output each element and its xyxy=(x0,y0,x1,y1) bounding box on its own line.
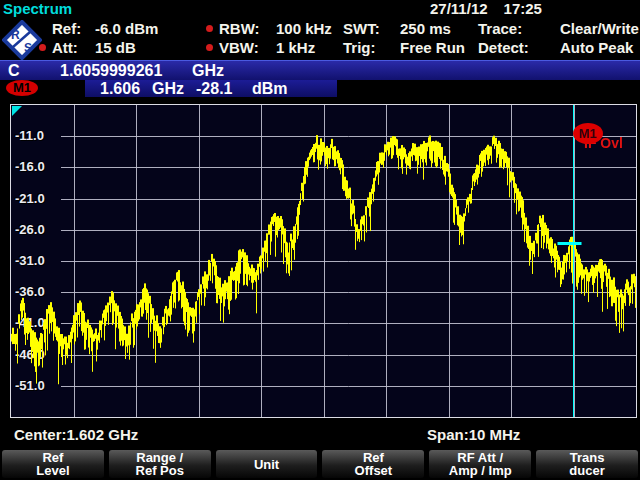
trace-start-flag-icon xyxy=(12,106,22,116)
marker-level-value: -28.1 xyxy=(196,80,232,98)
ref-value: -6.0 dBm xyxy=(95,20,158,37)
ref-level-setting: Ref:-6.0 dBm xyxy=(52,20,158,37)
vbw-label: VBW: xyxy=(219,39,276,56)
softkey-range-ref-pos[interactable]: Range /Ref Pos xyxy=(109,450,211,478)
marker-level-unit: dBm xyxy=(252,80,288,98)
softkey-ref-offset[interactable]: RefOffset xyxy=(322,450,424,478)
trace-label: Trace: xyxy=(478,20,560,37)
softkey-transducer[interactable]: Transducer xyxy=(536,450,638,478)
rohde-schwarz-logo-icon: R S xyxy=(2,20,42,60)
center-label: Center: xyxy=(14,426,67,443)
swt-value: 250 ms xyxy=(400,20,451,37)
center-value: 1.602 GHz xyxy=(67,426,139,443)
freq-line-unit: GHz xyxy=(192,62,224,80)
changed-indicator-icon xyxy=(206,25,213,32)
sweep-time-setting: SWT:250 ms xyxy=(343,20,451,37)
center-frequency-readout: Center:1.602 GHz xyxy=(14,426,138,443)
trigger-setting: Trig:Free Run xyxy=(343,39,465,56)
softkey-ref-level[interactable]: RefLevel xyxy=(2,450,104,478)
marker-readout-row: M1 1.606 GHz -28.1 dBm xyxy=(0,80,640,97)
att-label: Att: xyxy=(52,39,95,56)
trace-value: Clear/Write xyxy=(560,20,639,37)
att-value: 15 dB xyxy=(95,39,136,56)
date-time: 27/11/1217:25 xyxy=(430,0,542,17)
date: 27/11/12 xyxy=(430,0,488,17)
marker-m1-badge: M1 xyxy=(6,80,38,96)
marker-freq-unit: GHz xyxy=(152,80,184,98)
detect-label: Detect: xyxy=(478,39,560,56)
marker-freq-value: 1.606 xyxy=(100,80,140,98)
softkey-bar: RefLevel Range /Ref Pos Unit RefOffset R… xyxy=(0,450,640,478)
vbw-value: 1 kHz xyxy=(276,39,315,56)
vbw-setting: VBW:1 kHz xyxy=(219,39,315,56)
trig-label: Trig: xyxy=(343,39,400,56)
graticule-and-trace-canvas xyxy=(11,105,636,417)
marker-m1-plot-badge: M1 xyxy=(573,123,603,144)
softkey-rf-att-amp-imp[interactable]: RF Att /Amp / Imp xyxy=(429,450,531,478)
analyzer-screen: Spectrum 27/11/1217:25 R S Ref:-6.0 dBm … xyxy=(0,0,640,480)
svg-text:R: R xyxy=(11,28,20,42)
swt-label: SWT: xyxy=(343,20,400,37)
attenuation-setting: Att:15 dB xyxy=(52,39,136,56)
rbw-value: 100 kHz xyxy=(276,20,332,37)
changed-indicator-icon xyxy=(206,44,213,51)
freq-line-value: 1.6059999261 xyxy=(60,62,162,80)
span-label: Span: xyxy=(427,426,469,443)
rbw-label: RBW: xyxy=(219,20,276,37)
detector-setting: Detect:Auto Peak xyxy=(478,39,633,56)
rbw-setting: RBW:100 kHz xyxy=(219,20,332,37)
span-value: 10 MHz xyxy=(469,426,521,443)
trace-mode-setting: Trace:Clear/Write xyxy=(478,20,639,37)
detect-value: Auto Peak xyxy=(560,39,633,56)
span-readout: Span:10 MHz xyxy=(427,426,520,443)
changed-indicator-icon xyxy=(39,44,46,51)
softkey-unit[interactable]: Unit xyxy=(216,450,318,478)
svg-text:S: S xyxy=(24,41,32,55)
center-frequency-bar: C 1.6059999261 GHz xyxy=(0,60,640,80)
spectrum-plot-area: -51.0-46.0-41.0-36.0-31.0-26.0-21.0-16.0… xyxy=(10,104,637,418)
ref-label: Ref: xyxy=(52,20,95,37)
trig-value: Free Run xyxy=(400,39,465,56)
freq-line-label: C xyxy=(8,62,20,80)
app-mode-title: Spectrum xyxy=(3,0,72,17)
time: 17:25 xyxy=(504,0,542,17)
